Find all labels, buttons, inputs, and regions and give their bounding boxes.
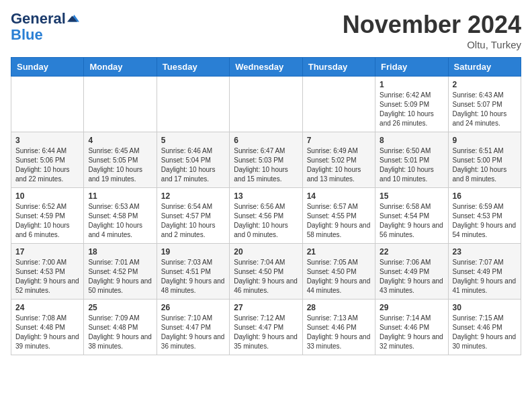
day-number: 3 [15,136,79,145]
day-number: 29 [380,303,443,312]
day-info: Sunrise: 6:52 AM Sunset: 4:59 PM Dayligh… [15,202,79,240]
col-header-thursday: Thursday [302,58,375,77]
day-number: 19 [161,247,225,257]
day-info: Sunrise: 7:07 AM Sunset: 4:49 PM Dayligh… [453,258,517,295]
day-info: Sunrise: 6:53 AM Sunset: 4:58 PM Dayligh… [88,202,152,240]
calendar-cell: 7Sunrise: 6:49 AM Sunset: 5:02 PM Daylig… [302,132,375,188]
logo-icon [67,13,79,25]
day-number: 22 [380,247,443,257]
calendar-cell [230,77,302,132]
calendar-cell: 21Sunrise: 7:05 AM Sunset: 4:50 PM Dayli… [302,244,375,300]
calendar-cell: 3Sunrise: 6:44 AM Sunset: 5:06 PM Daylig… [11,132,84,188]
col-header-monday: Monday [84,58,157,77]
day-number: 5 [161,136,225,145]
calendar-cell: 26Sunrise: 7:10 AM Sunset: 4:47 PM Dayli… [157,300,229,355]
calendar-cell: 18Sunrise: 7:01 AM Sunset: 4:52 PM Dayli… [84,244,157,300]
day-info: Sunrise: 6:58 AM Sunset: 4:54 PM Dayligh… [380,202,443,240]
calendar-cell: 12Sunrise: 6:54 AM Sunset: 4:57 PM Dayli… [157,188,229,244]
day-number: 17 [15,247,79,257]
calendar-cell [84,77,157,132]
day-number: 26 [161,303,225,312]
calendar-cell: 19Sunrise: 7:03 AM Sunset: 4:51 PM Dayli… [157,244,229,300]
calendar-cell: 15Sunrise: 6:58 AM Sunset: 4:54 PM Dayli… [375,188,448,244]
day-number: 15 [380,191,443,201]
day-number: 8 [380,136,443,145]
day-number: 6 [234,136,298,145]
day-number: 21 [307,247,371,257]
day-info: Sunrise: 6:42 AM Sunset: 5:09 PM Dayligh… [380,91,443,128]
calendar-week-row: 24Sunrise: 7:08 AM Sunset: 4:48 PM Dayli… [11,300,521,355]
day-info: Sunrise: 6:45 AM Sunset: 5:05 PM Dayligh… [88,146,152,184]
location: Oltu, Turkey [343,39,521,50]
day-number: 13 [234,191,298,201]
day-info: Sunrise: 6:59 AM Sunset: 4:53 PM Dayligh… [453,202,517,240]
day-number: 24 [15,303,79,312]
day-number: 18 [88,247,152,257]
day-number: 11 [88,191,152,201]
day-number: 7 [307,136,371,145]
calendar-table: SundayMondayTuesdayWednesdayThursdayFrid… [11,57,521,355]
calendar-cell: 11Sunrise: 6:53 AM Sunset: 4:58 PM Dayli… [84,188,157,244]
month-title: November 2024 [343,11,521,39]
day-number: 23 [453,247,517,257]
col-header-wednesday: Wednesday [230,58,302,77]
day-info: Sunrise: 7:08 AM Sunset: 4:48 PM Dayligh… [15,314,79,351]
day-info: Sunrise: 6:51 AM Sunset: 5:00 PM Dayligh… [453,146,517,184]
day-number: 12 [161,191,225,201]
day-info: Sunrise: 6:46 AM Sunset: 5:04 PM Dayligh… [161,146,225,184]
day-info: Sunrise: 6:47 AM Sunset: 5:03 PM Dayligh… [234,146,298,184]
calendar-cell: 25Sunrise: 7:09 AM Sunset: 4:48 PM Dayli… [84,300,157,355]
day-info: Sunrise: 6:57 AM Sunset: 4:55 PM Dayligh… [307,202,371,240]
page-header: General Blue November 2024 Oltu, Turkey [11,11,521,50]
calendar-cell: 20Sunrise: 7:04 AM Sunset: 4:50 PM Dayli… [230,244,302,300]
calendar-cell: 24Sunrise: 7:08 AM Sunset: 4:48 PM Dayli… [11,300,84,355]
col-header-friday: Friday [375,58,448,77]
calendar-cell: 16Sunrise: 6:59 AM Sunset: 4:53 PM Dayli… [448,188,521,244]
calendar-cell: 10Sunrise: 6:52 AM Sunset: 4:59 PM Dayli… [11,188,84,244]
day-info: Sunrise: 7:13 AM Sunset: 4:46 PM Dayligh… [307,314,371,351]
calendar-cell [11,77,84,132]
calendar-cell: 5Sunrise: 6:46 AM Sunset: 5:04 PM Daylig… [157,132,229,188]
calendar-cell: 22Sunrise: 7:06 AM Sunset: 4:49 PM Dayli… [375,244,448,300]
calendar-cell: 6Sunrise: 6:47 AM Sunset: 5:03 PM Daylig… [230,132,302,188]
calendar-cell: 2Sunrise: 6:43 AM Sunset: 5:07 PM Daylig… [448,77,521,132]
day-info: Sunrise: 7:01 AM Sunset: 4:52 PM Dayligh… [88,258,152,295]
day-info: Sunrise: 7:03 AM Sunset: 4:51 PM Dayligh… [161,258,225,295]
calendar-week-row: 3Sunrise: 6:44 AM Sunset: 5:06 PM Daylig… [11,132,521,188]
day-info: Sunrise: 6:43 AM Sunset: 5:07 PM Dayligh… [453,91,517,128]
day-info: Sunrise: 6:56 AM Sunset: 4:56 PM Dayligh… [234,202,298,240]
calendar-cell [302,77,375,132]
calendar-cell: 28Sunrise: 7:13 AM Sunset: 4:46 PM Dayli… [302,300,375,355]
calendar-week-row: 1Sunrise: 6:42 AM Sunset: 5:09 PM Daylig… [11,77,521,132]
col-header-tuesday: Tuesday [157,58,229,77]
day-number: 16 [453,191,517,201]
day-info: Sunrise: 7:06 AM Sunset: 4:49 PM Dayligh… [380,258,443,295]
day-number: 1 [380,80,443,89]
day-number: 28 [307,303,371,312]
day-info: Sunrise: 6:44 AM Sunset: 5:06 PM Dayligh… [15,146,79,184]
day-number: 4 [88,136,152,145]
calendar-cell: 23Sunrise: 7:07 AM Sunset: 4:49 PM Dayli… [448,244,521,300]
day-info: Sunrise: 7:15 AM Sunset: 4:46 PM Dayligh… [453,314,517,351]
logo-general-text: General [11,11,66,27]
calendar-cell: 29Sunrise: 7:14 AM Sunset: 4:46 PM Dayli… [375,300,448,355]
day-info: Sunrise: 6:49 AM Sunset: 5:02 PM Dayligh… [307,146,371,184]
calendar-cell: 14Sunrise: 6:57 AM Sunset: 4:55 PM Dayli… [302,188,375,244]
calendar-cell: 4Sunrise: 6:45 AM Sunset: 5:05 PM Daylig… [84,132,157,188]
calendar-cell: 9Sunrise: 6:51 AM Sunset: 5:00 PM Daylig… [448,132,521,188]
logo: General Blue [11,11,79,43]
day-number: 20 [234,247,298,257]
day-info: Sunrise: 7:10 AM Sunset: 4:47 PM Dayligh… [161,314,225,351]
day-number: 10 [15,191,79,201]
day-number: 2 [453,80,517,89]
day-number: 27 [234,303,298,312]
calendar-cell: 27Sunrise: 7:12 AM Sunset: 4:47 PM Dayli… [230,300,302,355]
calendar-week-row: 17Sunrise: 7:00 AM Sunset: 4:53 PM Dayli… [11,244,521,300]
col-header-saturday: Saturday [448,58,521,77]
logo-blue-text: Blue [11,27,79,43]
day-number: 30 [453,303,517,312]
day-info: Sunrise: 7:12 AM Sunset: 4:47 PM Dayligh… [234,314,298,351]
calendar-cell: 30Sunrise: 7:15 AM Sunset: 4:46 PM Dayli… [448,300,521,355]
day-info: Sunrise: 7:09 AM Sunset: 4:48 PM Dayligh… [88,314,152,351]
day-number: 14 [307,191,371,201]
